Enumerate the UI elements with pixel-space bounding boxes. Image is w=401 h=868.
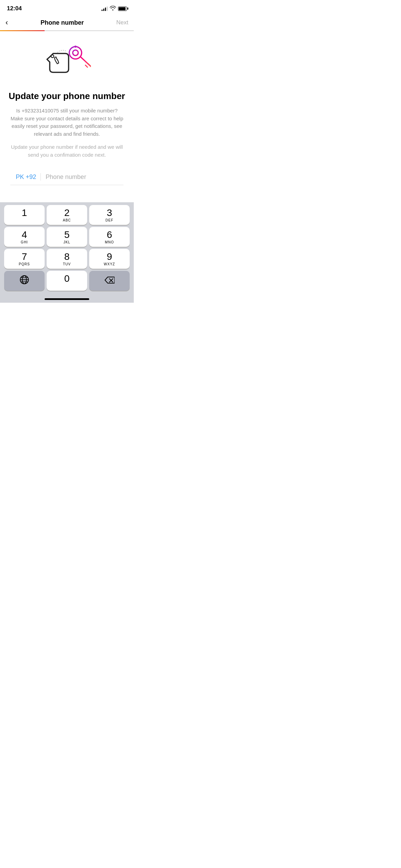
home-bar (45, 298, 89, 300)
keyboard: 1 2 ABC 3 DEF 4 GHI 5 JKL 6 MNO 7 PQRS (0, 202, 134, 303)
key-5[interactable]: 5 JKL (47, 227, 87, 247)
illustration (43, 41, 91, 83)
description-1: Is +923231410075 still your mobile numbe… (7, 107, 127, 138)
key-delete[interactable] (89, 271, 130, 291)
status-bar: 12:04 (0, 0, 134, 15)
svg-line-4 (88, 64, 90, 66)
page-title: Phone number (40, 19, 84, 26)
svg-point-1 (69, 47, 82, 59)
svg-point-2 (73, 50, 78, 56)
progress-segment-1 (0, 30, 45, 31)
home-indicator (1, 293, 132, 303)
phone-input[interactable]: Phone number (46, 173, 86, 181)
progress-segment-3 (89, 30, 134, 31)
main-title: Update your phone number (7, 91, 127, 101)
keyboard-row-1: 1 2 ABC 3 DEF (1, 205, 132, 225)
key-1[interactable]: 1 (4, 205, 45, 225)
main-content: Update your phone number Is +92323141007… (0, 31, 134, 195)
key-0[interactable]: 0 (47, 271, 87, 291)
key-6[interactable]: 6 MNO (89, 227, 130, 247)
back-button[interactable]: ‹ (5, 18, 8, 27)
wifi-icon (110, 6, 116, 12)
progress-segment-2 (45, 30, 89, 31)
status-time: 12:04 (7, 5, 22, 12)
svg-point-6 (74, 46, 76, 48)
globe-icon (20, 275, 29, 287)
svg-line-5 (85, 65, 87, 67)
key-3[interactable]: 3 DEF (89, 205, 130, 225)
signal-icon (102, 6, 108, 11)
next-button[interactable]: Next (116, 19, 128, 26)
key-9[interactable]: 9 WXYZ (89, 249, 130, 269)
keyboard-row-bottom: 0 (1, 271, 132, 291)
battery-icon (118, 7, 127, 11)
phone-input-row[interactable]: PK +92 Phone number (10, 169, 123, 185)
key-8[interactable]: 8 TUV (47, 249, 87, 269)
country-code[interactable]: PK +92 (16, 173, 36, 181)
keyboard-row-2: 4 GHI 5 JKL 6 MNO (1, 227, 132, 247)
progress-bar (0, 30, 134, 31)
key-7[interactable]: 7 PQRS (4, 249, 45, 269)
input-divider (40, 173, 41, 181)
key-2[interactable]: 2 ABC (47, 205, 87, 225)
key-4[interactable]: 4 GHI (4, 227, 45, 247)
keyboard-row-3: 7 PQRS 8 TUV 9 WXYZ (1, 249, 132, 269)
nav-bar: ‹ Phone number Next (0, 15, 134, 30)
key-globe[interactable] (4, 271, 45, 291)
svg-point-0 (51, 55, 54, 58)
status-icons (102, 6, 127, 12)
description-2: Update your phone number if needed and w… (7, 143, 127, 159)
delete-icon (104, 276, 115, 286)
